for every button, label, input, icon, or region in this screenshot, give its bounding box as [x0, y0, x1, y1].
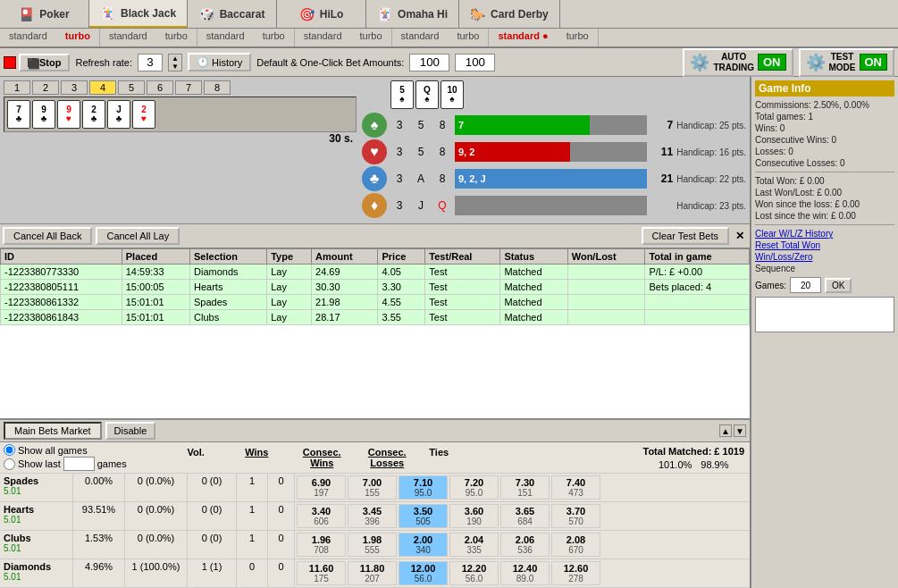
refresh-input[interactable]	[138, 54, 163, 71]
hearts-price-2[interactable]: 3.45396	[348, 504, 397, 528]
seat-6[interactable]: 6	[147, 80, 173, 95]
subtab-derby-standard[interactable]: standard ●	[489, 29, 557, 46]
spin-up-button[interactable]: ▲	[169, 55, 181, 63]
pct1-label: 101.0%	[659, 459, 692, 470]
tab-cardderby[interactable]: 🐎 Card Derby	[459, 0, 560, 28]
subtab-bac-standard[interactable]: standard	[197, 29, 254, 46]
seat-1[interactable]: 1	[4, 80, 30, 95]
clubs-ties: 0	[268, 531, 295, 559]
subtab-bac-turbo[interactable]: turbo	[254, 29, 294, 46]
reset-total-link[interactable]: Reset Total Won	[755, 240, 894, 250]
clubs-price-6[interactable]: 2.08670	[551, 533, 600, 557]
spades-price-1[interactable]: 6.90197	[297, 475, 346, 500]
scroll-down-arrow[interactable]: ▼	[734, 424, 746, 437]
spades-price-3[interactable]: 7.1095.0	[399, 475, 448, 500]
ok-button[interactable]: OK	[825, 278, 852, 293]
auto-trading-box[interactable]: ⚙️ AUTO TRADING ON	[683, 48, 793, 77]
hearts-price-4[interactable]: 3.60190	[449, 504, 499, 528]
spades-market-name: Spades	[4, 475, 69, 486]
spades-num1: 3	[390, 119, 408, 131]
show-last-input[interactable]	[63, 457, 95, 471]
hearts-price-3[interactable]: 3.50505	[399, 504, 448, 528]
hearts-price-5[interactable]: 3.65684	[500, 504, 550, 528]
cancel-all-lay-button[interactable]: Cancel All Lay	[96, 227, 180, 245]
subtab-bj-turbo[interactable]: turbo	[156, 29, 197, 46]
cell-test: Test	[425, 265, 500, 280]
subtab-poker-standard[interactable]: standard	[0, 29, 56, 46]
seat-7[interactable]: 7	[175, 80, 202, 95]
scroll-up-arrow[interactable]: ▲	[719, 424, 732, 437]
show-last-radio[interactable]	[4, 458, 15, 470]
stop-button[interactable]: ⬛ Stop	[19, 54, 70, 71]
subtab-bj-standard[interactable]: standard	[100, 29, 156, 46]
pct2-label: 98.9%	[701, 459, 728, 470]
show-all-radio[interactable]	[4, 444, 15, 456]
spin-down-button[interactable]: ▼	[169, 63, 181, 71]
spades-price-6[interactable]: 7.40473	[551, 475, 600, 500]
main-bets-market-tab[interactable]: Main Bets Market	[4, 422, 102, 440]
clubs-num1: 3	[390, 172, 408, 185]
tab-hilo[interactable]: 🎯 HiLo	[277, 0, 366, 28]
diamonds-price-3[interactable]: 12.0056.0	[399, 561, 448, 585]
bet-input-1[interactable]	[409, 54, 449, 71]
diamonds-price-2[interactable]: 11.80207	[348, 561, 397, 585]
cancel-all-back-button[interactable]: Cancel All Back	[3, 227, 92, 245]
tab-baccarat[interactable]: 🎲 Baccarat	[188, 0, 277, 28]
subtab-omaha-standard[interactable]: standard	[392, 29, 449, 46]
cell-amount: 24.69	[312, 265, 378, 280]
tab-poker[interactable]: 🎴 Poker	[0, 0, 89, 28]
subtab-poker-turbo[interactable]: turbo	[56, 29, 99, 46]
games-input[interactable]	[790, 277, 821, 293]
history-button[interactable]: 🕐 History	[188, 53, 251, 71]
col-amount: Amount	[312, 249, 378, 265]
hearts-symbol: ♥	[362, 139, 387, 164]
cell-test: Test	[425, 295, 500, 310]
test-mode-box[interactable]: ⚙️ TEST MODE ON	[799, 48, 895, 77]
spades-price-2[interactable]: 7.00155	[348, 475, 397, 500]
clear-history-link[interactable]: Clear W/L/Z History	[755, 229, 894, 239]
subtab-omaha-turbo[interactable]: turbo	[448, 29, 488, 46]
col-headers-labels: Vol. Wins Consec. Wins Consec. Losses Ti…	[172, 447, 455, 468]
cell-selection: Hearts	[190, 280, 267, 295]
diamonds-price-6[interactable]: 12.60278	[551, 561, 600, 585]
diamonds-price-1[interactable]: 11.60175	[297, 561, 346, 585]
spades-bar	[455, 115, 590, 135]
col-consec-losses-header: Consec. Losses	[358, 447, 416, 468]
tab-omahahi[interactable]: 🃏 Omaha Hi	[366, 0, 459, 28]
clubs-price-4[interactable]: 2.04335	[449, 533, 499, 557]
subtab-hilo-standard[interactable]: standard	[295, 29, 351, 46]
right-panel: Game Info Commissions: 2.50%, 0.00% Tota…	[751, 77, 898, 588]
clubs-bet-row: ♣ 3 A 8 9, 2, J 21 Handicap: 22 pts.	[362, 166, 746, 191]
hearts-price-1[interactable]: 3.40606	[297, 504, 346, 528]
history-label: History	[212, 57, 242, 68]
cell-selection: Clubs	[190, 310, 267, 325]
winloss-link[interactable]: Win/Loss/Zero	[755, 252, 894, 262]
clubs-price-3[interactable]: 2.00340	[399, 533, 448, 557]
subtab-hilo-turbo[interactable]: turbo	[351, 29, 391, 46]
seat-3[interactable]: 3	[61, 80, 88, 95]
clubs-price-1[interactable]: 1.96708	[297, 533, 346, 557]
bet-input-2[interactable]	[455, 54, 495, 71]
seat-2[interactable]: 2	[32, 80, 59, 95]
commissions-row: Commissions: 2.50%, 0.00%	[755, 100, 894, 110]
close-bets-button[interactable]: ✕	[733, 230, 747, 242]
disable-button[interactable]: Disable	[105, 422, 156, 440]
bottom-panel: Main Bets Market Disable ▲ ▼ Show all ga…	[0, 418, 750, 588]
seat-4[interactable]: 4	[89, 80, 116, 95]
subtab-derby-turbo[interactable]: turbo	[558, 29, 598, 46]
game-info-title: Game Info	[755, 80, 894, 97]
seat-8[interactable]: 8	[204, 80, 231, 95]
spades-price-4[interactable]: 7.2095.0	[449, 475, 499, 500]
diamonds-price-4[interactable]: 12.2056.0	[449, 561, 499, 585]
hearts-price-6[interactable]: 3.70570	[551, 504, 600, 528]
clear-test-bets-button[interactable]: Clear Test Bets	[642, 227, 729, 245]
tab-blackjack[interactable]: 🃏 Black Jack	[89, 0, 188, 28]
clubs-price-5[interactable]: 2.06536	[500, 533, 550, 557]
consec-losses-row: Consecutive Losses: 0	[755, 158, 894, 168]
spades-price-5[interactable]: 7.30151	[500, 475, 550, 500]
clubs-price-2[interactable]: 1.98555	[348, 533, 397, 557]
diamonds-num2: J	[412, 199, 430, 212]
diamonds-price-5[interactable]: 12.4089.0	[500, 561, 550, 585]
scroll-arrows: ▲ ▼	[719, 424, 746, 437]
seat-5[interactable]: 5	[118, 80, 145, 95]
